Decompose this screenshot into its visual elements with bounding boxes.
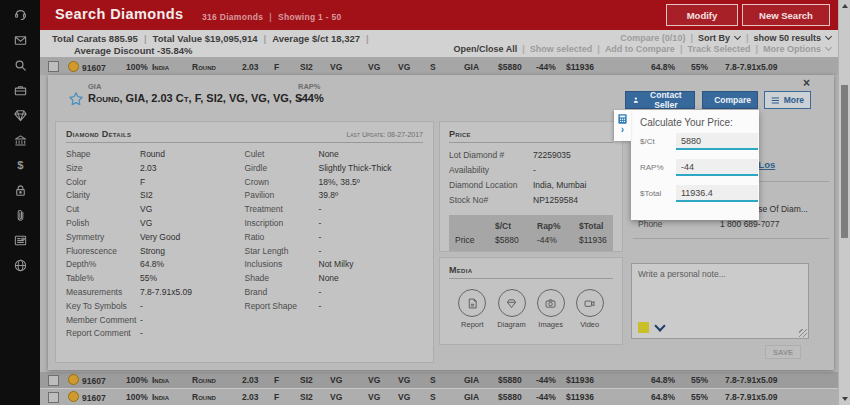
media-video-button[interactable]: Video	[576, 289, 604, 329]
price-info-rows: Lot Diamond #72259035Availability-Diamon…	[449, 148, 613, 208]
price-table: $/Ct Rap% $Total Price $5880 -44% $11936	[449, 215, 613, 251]
card-icon[interactable]	[12, 232, 28, 248]
detail-row: Report Shape-	[245, 300, 424, 314]
compare-counter: Compare (0/10)	[620, 33, 685, 43]
detail-row: Brand-	[245, 286, 424, 300]
paperclip-icon[interactable]	[12, 207, 28, 223]
detail-row: Crown18%, 38.5º	[245, 176, 424, 190]
row-id: 91607	[68, 374, 126, 386]
scroll-up-icon[interactable]	[842, 4, 848, 8]
calculator-tab[interactable]: ›	[614, 110, 631, 141]
scrollbar-thumb[interactable]	[841, 85, 848, 238]
calc-input[interactable]	[676, 185, 758, 202]
calc-field: $Total	[640, 185, 750, 202]
modify-button[interactable]: Modify	[666, 4, 738, 26]
result-summary: 316 Diamonds|Showing 1 - 50	[202, 12, 342, 22]
detail-row: Depth%64.8%	[66, 258, 245, 272]
detail-row: Ratio-	[245, 231, 424, 245]
diagram-icon	[505, 297, 518, 310]
table-row[interactable]: 91607 100% India Round 2.03 F SI2 VG VG …	[40, 58, 838, 75]
row-id: 91607	[68, 391, 126, 403]
open-close-all[interactable]: Open/Close All	[454, 44, 518, 54]
show-results-dropdown[interactable]: show 50 results	[753, 33, 832, 43]
more-options: More Options	[763, 44, 832, 54]
detail-row: ClaritySI2	[66, 189, 245, 203]
detail-row: SymmetryVery Good	[66, 231, 245, 245]
details-column-2: CuletNoneGirdleSlightly Thick-ThickCrown…	[245, 148, 424, 341]
stat-item: Total Carats 885.95|	[52, 33, 153, 44]
detail-row: Table%55%	[66, 272, 245, 286]
new-search-button[interactable]: New Search	[742, 4, 830, 26]
detail-row: GirdleSlightly Thick-Thick	[245, 162, 424, 176]
stats-toolbar: Total Carats 885.95|Total Value $19,095,…	[40, 30, 838, 58]
chevron-right-icon[interactable]: ›	[621, 126, 624, 134]
diamond-summary-title: Round, GIA, 2.03 Ct, F, SI2, VG, VG, VG,…	[88, 92, 302, 104]
person-icon	[632, 95, 640, 105]
bank-icon[interactable]	[12, 132, 28, 148]
detail-row: Report Comment-	[66, 327, 245, 341]
show-selected: Show selected	[530, 44, 593, 54]
calc-field: RAP%	[640, 159, 750, 176]
media-report-button[interactable]: Report	[458, 289, 486, 329]
calc-input[interactable]	[676, 133, 758, 150]
results-table-partial-row: 91607 100% India Round 2.03 F SI2 VG VG …	[40, 58, 838, 75]
row-checkbox[interactable]	[48, 61, 59, 72]
search-stats: Total Carats 885.95|Total Value $19,095,…	[52, 33, 375, 56]
detail-row: Key To Symbols-	[66, 300, 245, 314]
stat-item: Average $/ct 18,327|	[272, 33, 375, 44]
media-images-button[interactable]: Images	[537, 289, 565, 329]
detail-row: ShapeRound	[66, 148, 245, 162]
coin-icon	[68, 391, 79, 402]
lock-icon[interactable]	[12, 182, 28, 198]
compare-button[interactable]: Compare	[702, 91, 758, 109]
stats-line1: Total Carats 885.95|Total Value $19,095,…	[52, 33, 375, 44]
video-icon	[583, 297, 596, 310]
scale-icon	[709, 95, 710, 106]
detail-row: Size2.03	[66, 162, 245, 176]
calc-input[interactable]	[676, 159, 758, 176]
contact-seller-button[interactable]: Contact Seller	[625, 91, 695, 109]
detail-row: Inscription-	[245, 217, 424, 231]
row-id: 91607	[68, 61, 126, 73]
save-note-button[interactable]: Save	[765, 345, 801, 359]
table-row[interactable]: 91607 100% India Round 2.03 F SI2 VG VG …	[40, 372, 838, 388]
coin-icon	[68, 374, 79, 385]
price-row: Diamond LocationIndia, Mumbai	[449, 178, 613, 193]
phone-icon[interactable]	[12, 7, 28, 23]
toolbar-row-1: Compare (0/10)|Sort By|show 50 results	[454, 33, 832, 44]
chevron-down-icon	[734, 33, 741, 40]
detail-row: CuletNone	[245, 148, 424, 162]
detail-row: Measurements7.8-7.91x5.09	[66, 286, 245, 300]
table-row[interactable]: 91607 100% India Round 2.03 F SI2 VG VG …	[40, 388, 838, 405]
rap-value: -44%	[298, 92, 324, 104]
search-icon[interactable]	[12, 57, 28, 73]
mail-icon[interactable]	[12, 32, 28, 48]
track-selected: Track Selected	[687, 44, 750, 54]
popup-title: Calculate Your Price:	[640, 117, 750, 128]
vertical-scrollbar[interactable]	[838, 0, 850, 405]
calc-fields: $/Ct RAP% $Total	[640, 133, 750, 202]
card-title: Media	[449, 265, 472, 275]
detail-row: Star Length-	[245, 245, 424, 259]
note-color-swatch[interactable]	[638, 322, 649, 333]
detail-row: InclusionsNot Milky	[245, 258, 424, 272]
row-checkbox[interactable]	[48, 392, 59, 403]
divider	[633, 238, 829, 239]
diamond-icon[interactable]	[12, 107, 28, 123]
more-button[interactable]: More	[764, 91, 811, 109]
row-checkbox[interactable]	[48, 375, 59, 386]
stat-item: Total Value $19,095,914|	[153, 33, 273, 44]
star-icon[interactable]	[68, 91, 84, 111]
briefcase-icon[interactable]	[12, 82, 28, 98]
detail-row: FluorescenceStrong	[66, 245, 245, 259]
scroll-down-icon[interactable]	[842, 397, 848, 401]
sort-by-dropdown[interactable]: Sort By	[698, 33, 741, 43]
price-row: Lot Diamond #72259035	[449, 148, 613, 163]
resize-handle[interactable]	[799, 329, 807, 337]
globe-icon[interactable]	[12, 257, 28, 273]
dollar-icon[interactable]: $	[12, 157, 28, 173]
detail-row: Treatment-	[245, 203, 424, 217]
media-diagram-button[interactable]: Diagram	[497, 289, 525, 329]
detail-row: Member Comment-	[66, 314, 245, 328]
close-icon[interactable]: ×	[803, 76, 810, 90]
